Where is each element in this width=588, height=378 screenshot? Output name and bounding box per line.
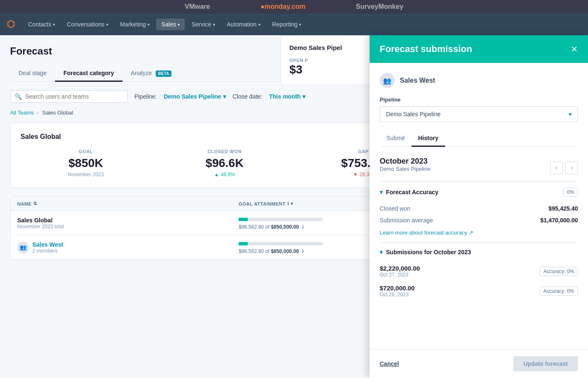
accuracy-row-closed-won: Closed won $95,425.40 [380, 203, 578, 214]
breadcrumb-current: Sales Global [42, 109, 73, 116]
vmware-logo: VMware [185, 3, 210, 10]
modal-tabs: Submit History [380, 130, 578, 147]
modal-footer: Cancel Update forecast [370, 349, 588, 378]
team-avatar-modal: 👥 [380, 73, 395, 88]
closed-won-change: ▲ 48.9% [160, 172, 290, 177]
modal-tab-history[interactable]: History [412, 130, 445, 147]
modal-tab-submit[interactable]: Submit [380, 130, 412, 147]
nav-reporting[interactable]: Reporting ▾ [267, 18, 307, 30]
submission-header: $720,000.00 Oct 26, 2023 Accuracy: 0% [380, 284, 578, 297]
open-p-value: $3 [289, 63, 364, 76]
modal-body: 👥 Sales West Pipeline Demo Sales Pipelin… [370, 63, 588, 349]
history-content: October 2023 Demo Sales Pipeline ‹ › ▾ F… [380, 157, 578, 297]
history-period: October 2023 Demo Sales Pipeline ‹ › [380, 157, 578, 179]
main-nav: ⬡ Contacts ▾ Conversations ▾ Marketing ▾… [0, 13, 588, 35]
chevron-down-icon: ▾ [569, 111, 572, 117]
beta-badge: BETA [156, 70, 171, 77]
forecast-submission-modal: Forecast submission ✕ 👥 Sales West Pipel… [370, 35, 588, 378]
chevron-down-icon: ▾ [53, 22, 55, 27]
search-icon: 🔍 [15, 93, 22, 100]
hubspot-logo: ⬡ [7, 19, 15, 30]
submission-info: $720,000.00 Oct 26, 2023 [380, 284, 415, 297]
chevron-down-icon: ▾ [106, 22, 108, 27]
progress-bar-fill [239, 218, 248, 221]
info-icon: ℹ [287, 201, 289, 206]
tab-forecast-category[interactable]: Forecast category [55, 65, 123, 82]
stat-closed-won: CLOSED WON $96.6K ▲ 48.9% [160, 149, 290, 177]
sort-icon[interactable]: ▾ [291, 201, 294, 206]
nav-conversations[interactable]: Conversations ▾ [62, 18, 113, 30]
history-period-pipeline: Demo Sales Pipeline [380, 166, 430, 172]
pipeline-dropdown[interactable]: Demo Sales Pipeline ▾ [164, 93, 226, 100]
info-icon: ℹ [302, 224, 304, 230]
sales-west-link[interactable]: Sales West [32, 241, 63, 248]
submission-item: $720,000.00 Oct 26, 2023 Accuracy: 0% [380, 284, 578, 297]
open-p-label: OPEN P [289, 58, 364, 63]
nav-service[interactable]: Service ▾ [186, 18, 220, 30]
team-info: 👥 Sales West [380, 73, 578, 88]
pipeline-label: Pipeline: [134, 93, 157, 100]
history-period-title: October 2023 [380, 157, 430, 166]
tab-analyze[interactable]: Analyze BETA [123, 65, 180, 82]
row-name-cell: Sales Global November 2023 total [17, 217, 239, 229]
submission-header: $2,220,000.00 Oct 27, 2023 Accuracy: 0% [380, 265, 578, 278]
external-link-icon: ↗ [469, 229, 473, 236]
search-input[interactable] [25, 93, 123, 100]
close-date-label: Close date: [233, 93, 262, 100]
partial-card: Demo Sales Pipel OPEN P $3 [281, 35, 373, 85]
main-content: Forecast Deal stage Forecast category An… [0, 35, 588, 378]
team-avatar: 👥 [17, 242, 29, 253]
th-name: NAME ⇅ [17, 201, 239, 206]
submissions-list: $2,220,000.00 Oct 27, 2023 Accuracy: 0% … [380, 261, 578, 297]
breadcrumb-parent[interactable]: All Teams [10, 109, 34, 116]
prev-period-button[interactable]: ‹ [550, 162, 563, 174]
submission-info: $2,220,000.00 Oct 27, 2023 [380, 265, 420, 278]
tab-deal-stage[interactable]: Deal stage [10, 65, 55, 82]
search-box[interactable]: 🔍 [10, 90, 128, 103]
pipeline-select[interactable]: Demo Sales Pipeline ▾ [380, 106, 578, 122]
modal-close-button[interactable]: ✕ [571, 45, 578, 53]
submission-accuracy-badge: Accuracy: 0% [540, 267, 578, 276]
modal-title: Forecast submission [380, 44, 472, 55]
breadcrumb-separator: › [37, 109, 39, 116]
submissions-title: ▾ Submissions for October 2023 [380, 249, 471, 255]
learn-more-link[interactable]: Learn more about forecast accuracy ↗ [380, 229, 578, 236]
accuracy-rows: Closed won $95,425.40 Submission average… [380, 203, 578, 236]
nav-sales[interactable]: Sales ▾ [156, 18, 185, 30]
surveymonkey-logo: SurveyMonkey [356, 3, 403, 10]
monday-logo: ●monday.com [260, 3, 305, 10]
stat-goal: GOAL $850K November 2023 [21, 149, 151, 177]
chevron-down-icon: ▾ [213, 22, 215, 27]
nav-automation[interactable]: Automation ▾ [222, 18, 265, 30]
pipeline-field-label: Pipeline [380, 96, 578, 103]
chevron-down-icon: ▾ [223, 93, 226, 100]
submission-item: $2,220,000.00 Oct 27, 2023 Accuracy: 0% [380, 265, 578, 278]
nav-contacts[interactable]: Contacts ▾ [23, 18, 60, 30]
update-forecast-button[interactable]: Update forecast [513, 356, 578, 371]
chevron-down-icon: ▾ [299, 22, 301, 27]
forecast-accuracy-title: ▾ Forecast Accuracy [380, 189, 438, 196]
close-date-dropdown[interactable]: This month ▾ [269, 93, 305, 100]
chevron-down-icon: ▾ [258, 22, 260, 27]
nav-marketing[interactable]: Marketing ▾ [115, 18, 155, 30]
partial-card-title: Demo Sales Pipel [289, 44, 364, 51]
team-name: Sales West [400, 77, 435, 84]
top-logos-bar: VMware ●monday.com SurveyMonkey [0, 0, 588, 13]
modal-header: Forecast submission ✕ [370, 35, 588, 63]
chevron-down-icon: ▾ [380, 189, 383, 196]
arrow-down-icon: ▼ [353, 172, 358, 177]
chevron-down-icon: ▾ [178, 22, 180, 27]
cancel-button[interactable]: Cancel [380, 360, 399, 367]
row-name-cell: 👥 Sales West 2 members [17, 241, 239, 254]
submissions-section-header[interactable]: ▾ Submissions for October 2023 [380, 242, 578, 261]
arrow-up-icon: ▲ [214, 172, 219, 177]
sort-icon[interactable]: ⇅ [33, 201, 37, 206]
submission-accuracy-badge: Accuracy: 0% [540, 287, 578, 296]
chevron-down-icon: ▾ [302, 93, 305, 100]
forecast-accuracy-section-header[interactable]: ▾ Forecast Accuracy 0% [380, 181, 578, 203]
progress-bar-bg [239, 242, 323, 245]
progress-bar-bg [239, 218, 323, 221]
info-icon: ℹ [302, 248, 304, 254]
next-period-button[interactable]: › [565, 162, 578, 174]
accuracy-badge: 0% [563, 188, 578, 197]
